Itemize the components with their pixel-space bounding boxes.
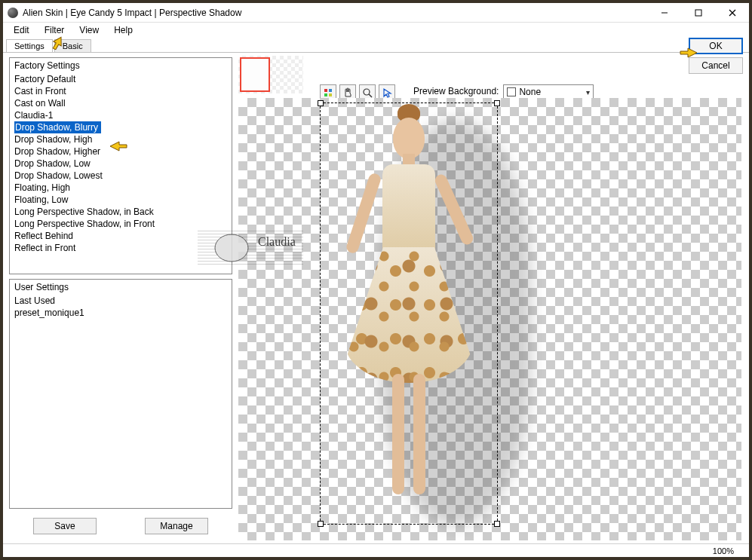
factory-item[interactable]: Floating, High — [10, 182, 232, 194]
factory-item[interactable]: Drop Shadow, Higher — [10, 145, 232, 158]
svg-rect-4 — [324, 89, 327, 92]
user-settings-list[interactable]: User Settings Last Usedpreset_monique1 — [9, 279, 232, 509]
thumbnail-selected[interactable] — [240, 57, 270, 92]
factory-item[interactable]: Reflect in Front — [10, 242, 232, 254]
right-panel: OK Cancel Preview Background: None — [238, 53, 749, 543]
tab-row: Settings Basic — [3, 38, 749, 53]
user-item[interactable]: preset_monique1 — [10, 307, 232, 319]
factory-item[interactable]: Long Perspective Shadow, in Back — [10, 206, 232, 218]
selection-box[interactable] — [320, 103, 498, 525]
svg-point-8 — [364, 89, 370, 95]
menubar: Edit Filter View Help — [3, 23, 749, 38]
handle-ne[interactable] — [494, 100, 500, 106]
menu-filter[interactable]: Filter — [38, 23, 71, 37]
minimize-button[interactable] — [647, 3, 681, 23]
svg-rect-6 — [324, 93, 327, 96]
preview-bg-select[interactable]: None — [503, 84, 594, 99]
preview-swatch — [507, 87, 516, 96]
user-item[interactable]: Last Used — [10, 295, 232, 307]
svg-rect-1 — [695, 10, 701, 16]
svg-rect-5 — [329, 89, 332, 92]
thumbnail-strip[interactable] — [238, 56, 305, 95]
factory-item[interactable]: Reflect Behind — [10, 230, 232, 242]
maximize-button[interactable] — [681, 3, 715, 23]
factory-item[interactable]: Drop Shadow, Lowest — [10, 170, 232, 182]
preview-canvas[interactable] — [238, 98, 741, 540]
window-title: Alien Skin | Eye Candy 5 Impact | Perspe… — [23, 8, 647, 18]
factory-header: Factory Settings — [10, 58, 232, 73]
titlebar: Alien Skin | Eye Candy 5 Impact | Perspe… — [3, 3, 749, 23]
handle-sw[interactable] — [318, 521, 324, 527]
tab-basic[interactable]: Basic — [54, 39, 91, 52]
factory-item[interactable]: Drop Shadow, Blurry — [14, 121, 101, 133]
statusbar: 100% — [3, 543, 749, 557]
factory-item[interactable]: Floating, Low — [10, 194, 232, 206]
preview-bg-value: None — [519, 87, 541, 97]
handle-se[interactable] — [494, 521, 500, 527]
left-panel: Factory Settings Factory DefaultCast in … — [3, 53, 238, 543]
manage-button[interactable]: Manage — [145, 518, 208, 534]
zoom-level: 100% — [713, 546, 734, 555]
factory-item[interactable]: Long Perspective Shadow, in Front — [10, 218, 232, 230]
factory-item[interactable]: Cast in Front — [10, 85, 232, 97]
factory-item[interactable]: Factory Default — [10, 73, 232, 85]
menu-view[interactable]: View — [73, 23, 105, 37]
menu-edit[interactable]: Edit — [8, 23, 35, 37]
menu-help[interactable]: Help — [108, 23, 139, 37]
preview-bg-label: Preview Background: — [413, 86, 499, 96]
close-button[interactable] — [715, 3, 749, 23]
app-icon — [8, 8, 18, 18]
factory-item[interactable]: Drop Shadow, Low — [10, 158, 232, 170]
factory-settings-list[interactable]: Factory Settings Factory DefaultCast in … — [9, 57, 232, 274]
tab-settings[interactable]: Settings — [6, 39, 53, 52]
svg-rect-7 — [329, 93, 332, 96]
factory-item[interactable]: Claudia-1 — [10, 109, 232, 121]
factory-item[interactable]: Cast on Wall — [10, 97, 232, 109]
ok-button[interactable]: OK — [689, 38, 743, 54]
svg-line-9 — [369, 94, 372, 97]
cancel-button[interactable]: Cancel — [689, 57, 743, 74]
user-header: User Settings — [10, 280, 232, 295]
save-button[interactable]: Save — [33, 518, 97, 534]
handle-nw[interactable] — [318, 100, 324, 106]
factory-item[interactable]: Drop Shadow, High — [10, 133, 232, 145]
